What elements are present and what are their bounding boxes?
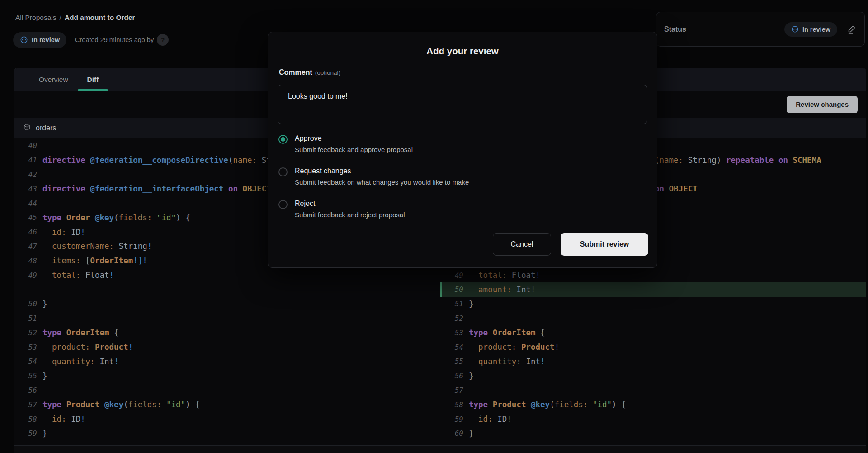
diff-line: 57: [440, 383, 866, 398]
circle-ellipsis-icon: [791, 25, 799, 33]
diff-line: 53 product: Product!: [14, 340, 440, 354]
line-number: 40: [14, 141, 37, 150]
line-number: 49: [14, 271, 37, 280]
review-changes-button[interactable]: Review changes: [787, 96, 858, 113]
diff-line: 50}: [14, 297, 440, 311]
line-number: 52: [14, 329, 37, 337]
tab-diff[interactable]: Diff: [78, 68, 108, 91]
line-number: 43: [14, 185, 37, 193]
line-number: 53: [440, 329, 463, 337]
line-number: 55: [440, 357, 463, 366]
diff-line: 55}: [14, 369, 440, 383]
diff-line: 58 id: ID!: [14, 412, 440, 426]
code-text: }: [37, 372, 47, 381]
radio-option-approve[interactable]: Approve Submit feedback and approve prop…: [278, 134, 413, 153]
diff-line: 60}: [440, 426, 866, 441]
code-text: id: ID!: [37, 228, 85, 237]
line-number: 53: [14, 343, 37, 352]
diff-line: 58type Product @key(fields: "id") {: [440, 397, 866, 412]
radio-reject[interactable]: [278, 200, 288, 209]
radio-request-changes-description: Submit feedback on what changes you woul…: [295, 178, 469, 186]
radio-reject-description: Submit feedback and reject proposal: [295, 211, 405, 219]
proposal-page: All Proposals/Add amount to Order In rev…: [0, 0, 868, 453]
line-number: 55: [14, 372, 37, 380]
code-text: amount: Int!: [463, 285, 536, 294]
radio-approve[interactable]: [278, 135, 288, 144]
code-text: id: ID!: [463, 415, 512, 424]
line-number: 59: [14, 429, 37, 438]
radio-approve-label: Approve: [295, 134, 413, 143]
code-text: }: [37, 429, 47, 438]
diff-line: 53type OrderItem {: [440, 325, 866, 340]
line-number: 50: [14, 300, 37, 308]
breadcrumb: All Proposals/Add amount to Order: [15, 14, 135, 22]
comment-label: Comment(optional): [279, 68, 340, 76]
radio-reject-label: Reject: [295, 200, 405, 208]
code-text: type OrderItem {: [463, 328, 545, 337]
line-number: 42: [14, 170, 37, 179]
line-number: 60: [440, 429, 463, 438]
code-text: type Product @key(fields: "id") {: [463, 400, 626, 409]
line-number: 56: [440, 372, 463, 380]
page-title: Add amount to Order: [65, 14, 135, 21]
diff-scroll-track[interactable]: [14, 445, 866, 453]
diff-line: 54 product: Product!: [440, 340, 866, 354]
diff-line: 52: [440, 311, 866, 326]
diff-line: 55 quantity: Int!: [440, 354, 866, 369]
code-text: }: [463, 372, 474, 381]
line-number: 49: [440, 271, 463, 280]
code-text: }: [463, 300, 474, 309]
radio-option-request-changes[interactable]: Request changes Submit feedback on what …: [278, 167, 469, 186]
diff-line: 59}: [14, 426, 440, 441]
line-number: 57: [440, 386, 463, 395]
radio-option-reject[interactable]: Reject Submit feedback and reject propos…: [278, 200, 405, 219]
code-text: total: Float!: [37, 271, 114, 280]
subgraph-name: orders: [36, 124, 56, 132]
radio-approve-description: Submit feedback and approve proposal: [295, 146, 413, 153]
code-text: quantity: Int!: [37, 357, 119, 366]
code-text: total: Float!: [463, 271, 540, 280]
diff-line: 49 total: Float!: [14, 268, 440, 282]
cancel-button[interactable]: Cancel: [493, 233, 551, 256]
line-number: 48: [14, 257, 37, 265]
diff-line: 56: [14, 383, 440, 398]
diff-line: 50 amount: Int!: [440, 282, 866, 297]
code-text: }: [463, 429, 474, 438]
diff-line: [14, 282, 440, 297]
submit-review-button[interactable]: Submit review: [561, 233, 648, 256]
code-text: directive @federation__interfaceObject o…: [37, 184, 271, 193]
breadcrumb-root[interactable]: All Proposals: [15, 14, 56, 21]
modal-title: Add your review: [268, 46, 657, 57]
comment-input[interactable]: Looks good to me!: [278, 85, 647, 124]
pencil-icon[interactable]: [847, 24, 857, 35]
line-number: 54: [440, 343, 463, 352]
created-text: Created 29 minutes ago by: [75, 36, 154, 43]
diff-line: 56}: [440, 369, 866, 383]
radio-request-changes[interactable]: [278, 167, 288, 176]
line-number: 56: [14, 386, 37, 395]
status-panel-badge-label: In review: [802, 26, 830, 33]
code-text: type OrderItem {: [37, 328, 119, 337]
line-number: 52: [440, 314, 463, 323]
code-text: type Product @key(fields: "id") {: [37, 400, 200, 409]
status-panel: Status In review: [656, 12, 865, 47]
status-badge[interactable]: In review: [13, 32, 66, 48]
line-number: 45: [14, 213, 37, 222]
tab-overview[interactable]: Overview: [29, 68, 78, 91]
line-number: 57: [14, 401, 37, 409]
add-review-modal: Add your review Comment(optional) Looks …: [268, 32, 657, 268]
status-panel-badge[interactable]: In review: [784, 22, 837, 37]
avatar: ?: [157, 34, 169, 46]
comment-optional-hint: (optional): [315, 69, 340, 76]
code-text: items: [OrderItem!]!: [37, 256, 147, 265]
line-number: 58: [440, 401, 463, 409]
diff-line: 51}: [440, 297, 866, 311]
diff-line: 54 quantity: Int!: [14, 354, 440, 369]
line-number: 54: [14, 357, 37, 366]
diff-line: 51: [14, 311, 440, 326]
line-number: 51: [14, 314, 37, 323]
line-number: 46: [14, 228, 37, 236]
diff-line: 52type OrderItem {: [14, 325, 440, 340]
circle-ellipsis-icon: [20, 36, 28, 44]
code-text: }: [37, 300, 47, 309]
